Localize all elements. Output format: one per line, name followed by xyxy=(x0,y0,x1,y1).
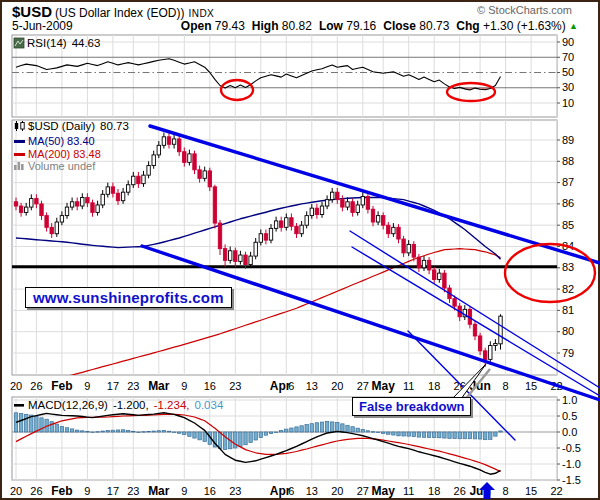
volume-legend: Volume undef xyxy=(28,160,96,172)
rsi-legend: RSI(14)44.63 xyxy=(14,37,100,49)
svg-text:80: 80 xyxy=(562,325,574,337)
svg-text:83: 83 xyxy=(562,261,574,273)
svg-text:85: 85 xyxy=(562,219,574,231)
svg-text:Mar: Mar xyxy=(148,484,170,498)
svg-text:88: 88 xyxy=(562,155,574,167)
chart-canvas: 907050301089888786858483828180791.00.50.… xyxy=(0,0,600,500)
low-value: 79.16 xyxy=(346,19,376,33)
svg-text:17: 17 xyxy=(107,380,119,392)
chg-value: +1.30 (+1.63%) xyxy=(483,19,566,33)
header: $USD(US Dollar Index (EOD))INDX © StockC… xyxy=(0,0,600,34)
high-value: 80.82 xyxy=(282,19,312,33)
copyright-link[interactable]: © StockCharts.com xyxy=(477,4,572,16)
svg-text:26: 26 xyxy=(30,380,42,392)
svg-text:79: 79 xyxy=(562,347,574,359)
svg-text:-0.5: -0.5 xyxy=(562,442,581,454)
high-label: High xyxy=(252,19,279,33)
svg-text:13: 13 xyxy=(306,380,318,392)
svg-text:27: 27 xyxy=(357,380,369,392)
svg-text:11: 11 xyxy=(403,380,414,392)
svg-text:26: 26 xyxy=(30,485,42,497)
svg-text:1.0: 1.0 xyxy=(562,394,577,406)
instrument-name: (US Dollar Index (EOD)) xyxy=(55,6,184,20)
svg-text:-1.5: -1.5 xyxy=(562,474,581,486)
svg-text:20: 20 xyxy=(10,380,22,392)
ohlc-quote: Open 79.43High 80.82Low 79.16Close 80.73… xyxy=(174,19,578,33)
svg-text:0.5: 0.5 xyxy=(562,410,577,422)
open-label: Open xyxy=(181,19,212,33)
stockcharts-chart-page: $USD(US Dollar Index (EOD))INDX © StockC… xyxy=(0,0,600,500)
chart-date: 5-Jun-2009 xyxy=(12,19,73,33)
svg-text:23: 23 xyxy=(127,485,139,497)
ma200-line-icon xyxy=(14,153,25,156)
svg-text:Feb: Feb xyxy=(51,484,72,498)
svg-text:16: 16 xyxy=(204,380,216,392)
open-value: 79.43 xyxy=(215,19,245,33)
svg-text:6: 6 xyxy=(288,485,294,497)
svg-text:30: 30 xyxy=(562,81,574,93)
ma50-legend: MA(50) 83.40 xyxy=(28,135,95,147)
svg-text:-1.0: -1.0 xyxy=(562,458,581,470)
ma200-legend: MA(200) 83.48 xyxy=(28,148,101,160)
low-label: Low xyxy=(319,19,343,33)
main-legend-symbol: $USD (Daily)80.73 xyxy=(28,120,129,132)
svg-text:May: May xyxy=(372,484,396,498)
svg-text:23: 23 xyxy=(229,485,241,497)
svg-text:9: 9 xyxy=(181,485,187,497)
svg-text:16: 16 xyxy=(204,485,216,497)
svg-text:10: 10 xyxy=(562,97,574,109)
svg-text:23: 23 xyxy=(229,380,241,392)
up-triangle-icon: ▲ xyxy=(569,21,578,31)
svg-text:89: 89 xyxy=(562,134,574,146)
svg-text:15: 15 xyxy=(525,485,537,497)
svg-text:11: 11 xyxy=(403,485,414,497)
macd-line-icon xyxy=(14,404,24,407)
svg-text:18: 18 xyxy=(428,380,440,392)
close-label: Close xyxy=(383,19,416,33)
svg-text:82: 82 xyxy=(562,283,574,295)
ticker-symbol: $USD xyxy=(12,3,52,20)
svg-text:9: 9 xyxy=(181,380,187,392)
svg-text:18: 18 xyxy=(428,485,440,497)
svg-text:Mar: Mar xyxy=(148,379,170,393)
svg-text:15: 15 xyxy=(525,380,537,392)
svg-text:20: 20 xyxy=(331,485,343,497)
svg-text:23: 23 xyxy=(127,380,139,392)
svg-text:27: 27 xyxy=(357,485,369,497)
svg-text:Feb: Feb xyxy=(51,379,72,393)
svg-text:8: 8 xyxy=(503,380,509,392)
svg-text:90: 90 xyxy=(562,36,574,48)
svg-text:17: 17 xyxy=(107,485,119,497)
svg-text:9: 9 xyxy=(84,380,90,392)
chg-label: Chg xyxy=(456,19,479,33)
svg-text:87: 87 xyxy=(562,176,574,188)
svg-text:50: 50 xyxy=(562,66,574,78)
svg-text:May: May xyxy=(372,379,396,393)
ma50-line-icon xyxy=(14,140,25,143)
quote-row: 5-Jun-2009 Open 79.43High 80.82Low 79.16… xyxy=(12,19,590,33)
svg-text:70: 70 xyxy=(562,51,574,63)
svg-text:22: 22 xyxy=(550,485,562,497)
svg-text:20: 20 xyxy=(331,380,343,392)
svg-text:26: 26 xyxy=(454,485,466,497)
svg-text:13: 13 xyxy=(306,485,318,497)
svg-text:0.0: 0.0 xyxy=(562,426,577,438)
svg-text:9: 9 xyxy=(84,485,90,497)
svg-text:20: 20 xyxy=(10,485,22,497)
watermark-link[interactable]: www.sunshineprofits.com xyxy=(25,287,232,308)
close-value: 80.73 xyxy=(419,19,449,33)
macd-legend-text: MACD(12,26,9)-1.200,-1.234,0.034 xyxy=(28,399,224,411)
rsi-legend-text: RSI(14)44.63 xyxy=(27,37,100,49)
svg-text:86: 86 xyxy=(562,197,574,209)
false-breakdown-callout: False breakdown xyxy=(352,397,471,416)
svg-text:6: 6 xyxy=(288,380,294,392)
exchange-label: INDX xyxy=(188,8,214,19)
svg-text:81: 81 xyxy=(562,304,574,316)
svg-text:8: 8 xyxy=(503,485,509,497)
